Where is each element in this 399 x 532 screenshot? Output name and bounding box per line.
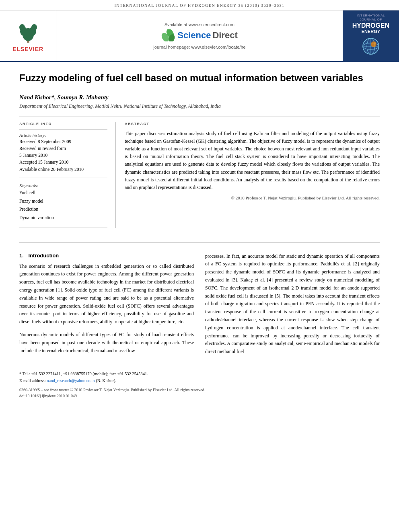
keyword-prediction: Prediction	[19, 205, 107, 214]
abstract-panel: ABSTRACT This paper discusses estimation…	[116, 122, 380, 228]
article-title: Fuzzy modeling of fuel cell based on mut…	[19, 72, 380, 86]
sciencedirect-panel: Available at www.sciencedirect.com Scien…	[56, 10, 343, 61]
body-paragraph-1: The scenario of research challenges in e…	[19, 263, 194, 326]
revised-date: 5 January 2010	[19, 152, 107, 159]
sciencedirect-logo: Science Direct	[161, 29, 238, 41]
authors: Nand Kishor*, Soumya R. Mohanty	[19, 94, 380, 101]
received-date: Received 8 September 2009	[19, 138, 107, 145]
main-content: Fuzzy modeling of fuel cell based on mut…	[0, 62, 399, 242]
abstract-text: This paper discusses estimation analysis…	[125, 130, 380, 192]
body-right-column: processes. In fact, an accurate model fo…	[205, 253, 380, 361]
body-left-column: 1. Introduction The scenario of research…	[19, 253, 194, 361]
available-text: Available at www.sciencedirect.com	[165, 22, 234, 27]
abstract-heading: ABSTRACT	[125, 122, 380, 126]
page-footer: * Tel.: +91 532 2271411, +91 9838755170 …	[0, 365, 399, 403]
section1-number: 1.	[19, 253, 24, 259]
keyword-dynamic-variation: Dynamic variation	[19, 214, 107, 222]
body-paragraph-2: Numerous dynamic models of different typ…	[19, 331, 194, 355]
online-date: Available online 20 February 2010	[19, 166, 107, 173]
keyword-fuel-cell: Fuel cell	[19, 189, 107, 197]
svg-point-5	[31, 24, 37, 31]
journal-homepage: journal homepage: www.elsevier.com/locat…	[153, 45, 245, 49]
two-column-body: 1. Introduction The scenario of research…	[19, 253, 380, 361]
keywords-label: Keywords:	[19, 183, 107, 188]
banner-row: ELSEVIER Available at www.sciencedirect.…	[0, 10, 399, 62]
article-info-heading: ARTICLE INFO	[19, 122, 107, 126]
keywords-section: Keywords: Fuel cell Fuzzy model Predicti…	[19, 183, 107, 222]
svg-point-14	[363, 38, 379, 54]
footnote-tel: * Tel.: +91 532 2271411, +91 9838755170 …	[19, 371, 380, 378]
accepted-date: Accepted 15 January 2010	[19, 159, 107, 166]
info-abstract-row: ARTICLE INFO Article history: Received 8…	[19, 122, 380, 228]
journal-header: INTERNATIONAL JOURNAL OF HYDROGEN ENERGY…	[0, 0, 399, 10]
globe-icon	[361, 36, 381, 56]
email-link[interactable]: nand_research@yahoo.co.in	[47, 378, 95, 383]
sciencedirect-wordmark: Science	[177, 30, 211, 41]
body-right-paragraph-1: processes. In fact, an accurate model fo…	[205, 253, 380, 356]
sciencedirect-direct: Direct	[212, 30, 237, 41]
elsevier-logo-panel: ELSEVIER	[0, 10, 56, 61]
badge-title-line1: International	[352, 14, 389, 18]
received-revised-label: Received in revised form	[19, 145, 107, 152]
article-info-panel: ARTICLE INFO Article history: Received 8…	[19, 122, 116, 228]
copyright-line: © 2010 Professor T. Nejat Veziroglu. Pub…	[125, 195, 380, 200]
section1-title: Introduction	[28, 253, 59, 259]
footer-license: 0360-3199/$ – see front matter © 2010 Pr…	[19, 387, 380, 399]
divider-after-affiliation	[19, 117, 380, 117]
elsevier-wordmark: ELSEVIER	[12, 46, 43, 52]
badge-title-line2: Journal of	[352, 18, 389, 22]
badge-energy: ENERGY	[352, 29, 389, 34]
elsevier-tree-icon	[14, 19, 42, 43]
history-label: Article history:	[19, 133, 107, 138]
footnote-email: E-mail address: nand_research@yahoo.co.i…	[19, 378, 380, 384]
affiliation: Department of Electrical Engineering, Mo…	[19, 103, 380, 109]
keyword-fuzzy-model: Fuzzy model	[19, 197, 107, 205]
body-content: 1. Introduction The scenario of research…	[0, 247, 399, 361]
badge-hydrogen: HYDROGEN	[352, 22, 389, 29]
sd-leaves-icon	[161, 29, 176, 41]
svg-point-15	[371, 41, 376, 47]
section1-heading: 1. Introduction	[19, 253, 194, 259]
journal-badge-panel: International Journal of HYDROGEN ENERGY	[343, 10, 399, 61]
svg-point-4	[19, 24, 25, 31]
